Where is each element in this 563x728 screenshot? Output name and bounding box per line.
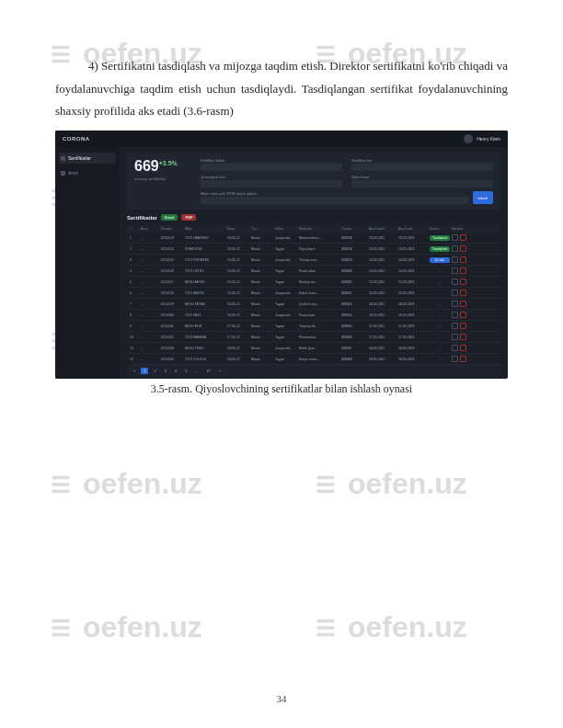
edit-icon[interactable] (452, 256, 458, 263)
row-actions (452, 256, 474, 263)
delete-icon[interactable] (460, 234, 466, 241)
table-cell: 0214530 (161, 313, 183, 317)
table-cell: Paxta tolasi (299, 269, 339, 273)
table-cell: Muvof. (251, 247, 273, 251)
table-row[interactable]: 12-0214534OOO YULDUZ18.05.22Muvof.Tayyor… (127, 354, 500, 365)
received-date-input[interactable] (351, 180, 493, 188)
edit-icon[interactable] (452, 312, 458, 318)
app-logo: CORONA (63, 136, 90, 142)
field-label: Sertifikat turi (351, 158, 493, 163)
table-row[interactable]: 6-0214528OOO IMKON15.05.22Muvof.Jarayond… (127, 288, 500, 299)
pager-page[interactable]: 4 (172, 368, 179, 374)
status-badge: - (430, 346, 450, 351)
table-row[interactable]: 11-0214533MCHJ ORZU18.05.22Muvof.Jarayon… (127, 343, 500, 354)
delete-icon[interactable] (460, 245, 466, 252)
pager-next[interactable]: » (216, 368, 224, 374)
edit-icon[interactable] (452, 290, 458, 296)
count-badge: +3.5% (159, 160, 178, 166)
edit-icon[interactable] (452, 279, 458, 285)
search-button[interactable]: Izlash (473, 191, 493, 204)
status-badge: - (430, 357, 450, 362)
edit-icon[interactable] (452, 234, 458, 241)
table-cell: 0214523 (161, 236, 183, 240)
table-cell: Kabel maxs... (299, 291, 339, 295)
pager-page[interactable]: 5 (182, 368, 190, 374)
export-excel-button[interactable]: Excel (161, 214, 178, 221)
export-pdf-button[interactable]: PDF (181, 214, 196, 221)
table-row[interactable]: 8-0214530OOO FAYZ16.05.22Muvof.Jarayonda… (127, 310, 500, 321)
table-cell: Muvof. (251, 280, 273, 284)
table-cell: 15.05.2022 (369, 291, 396, 295)
pager-page[interactable]: 2 (151, 368, 158, 374)
table-cell: 14.05.22 (227, 258, 249, 262)
edit-icon[interactable] (452, 267, 458, 274)
edit-icon[interactable] (452, 334, 458, 340)
edit-icon[interactable] (452, 301, 458, 307)
table-cell: Tayyor (275, 269, 297, 273)
table-row[interactable]: 1-0214523OOO SAMTEST13.05.22Muvof.Jarayo… (127, 233, 500, 244)
table-cell: Tayyor (275, 247, 297, 251)
search-input[interactable] (201, 197, 469, 204)
sidebar-item-archive[interactable]: Arxiv (59, 167, 116, 178)
table-cell: 0214529 (161, 302, 183, 306)
pager-page[interactable]: 3 (162, 368, 169, 374)
delete-icon[interactable] (460, 279, 466, 285)
edit-icon[interactable] (452, 345, 458, 351)
pager-prev[interactable]: « (131, 368, 138, 374)
delete-icon[interactable] (460, 323, 466, 329)
delete-icon[interactable] (460, 312, 466, 318)
table-cell: Muvof. (251, 236, 273, 240)
pager-page[interactable]: 67 (204, 368, 213, 374)
delete-icon[interactable] (460, 356, 466, 362)
row-actions (452, 245, 474, 252)
delete-icon[interactable] (460, 290, 466, 296)
table-cell: OOO YULDUZ (185, 358, 225, 361)
embedded-screenshot: CORONA Henry Klein Sertifikatlar Arxiv (55, 131, 508, 379)
sidebar-item-label: Arxiv (68, 170, 78, 176)
delete-icon[interactable] (460, 301, 466, 307)
edit-icon[interactable] (452, 245, 458, 252)
table-row[interactable]: 5-0214527MCHJ ARTEL15.05.22Muvof.TayyorM… (127, 277, 500, 288)
status-badge[interactable]: Tasdiqlash (430, 235, 450, 241)
table-row[interactable]: 7-0214529MCHJ DETAX16.05.22Muvof.TayyorQ… (127, 299, 500, 310)
user-menu[interactable]: Henry Klein (464, 134, 500, 143)
table-cell: 14.05.22 (227, 269, 249, 273)
delete-icon[interactable] (460, 345, 466, 351)
delete-icon[interactable] (460, 267, 466, 274)
table-cell: - (141, 291, 159, 295)
edit-icon[interactable] (452, 323, 458, 329)
field-label: Mijoz nomi yoki STIR orqali qidiruv (201, 191, 469, 196)
status-select[interactable] (201, 164, 342, 171)
pager-page[interactable]: 1 (141, 368, 148, 374)
table-row[interactable]: 4-0214526OOO UZTEX14.05.22Muvof.TayyorPa… (127, 266, 500, 277)
edit-icon[interactable] (452, 356, 458, 362)
table-row[interactable]: 10-0214532OOO BARAKA17.05.22Muvof.Tayyor… (127, 332, 500, 343)
status-badge: - (430, 324, 450, 329)
delete-icon[interactable] (460, 256, 466, 263)
table-cell: 14.05.2022 (369, 269, 396, 273)
sent-date-input[interactable] (201, 180, 342, 188)
table-cell: 18.05.2022 (369, 347, 396, 350)
table-cell: 18.05.22 (227, 347, 249, 350)
table-cell: Muvof. (251, 324, 273, 328)
table-cell: 17.05.22 (227, 324, 249, 328)
archive-icon (61, 171, 65, 176)
table-row[interactable]: 9-0214531MCHJ NUR17.05.22Muvof.TayyorTo'… (127, 321, 500, 332)
delete-icon[interactable] (460, 334, 466, 340)
type-select[interactable] (351, 164, 493, 171)
table-cell: Tayyor (275, 336, 297, 339)
table-cell: Qurilish mat... (299, 302, 339, 306)
table-cell: Oziq-ovqat (299, 313, 339, 317)
watermark-text: oefen.uz (83, 467, 202, 501)
status-badge: - (430, 290, 450, 296)
table-cell: Tayyor (275, 358, 297, 361)
table-cell: 16.05.2023 (398, 313, 428, 317)
sidebar-item-certificates[interactable]: Sertifikatlar (59, 153, 116, 164)
table-cell: OOO PROMTEX (185, 258, 225, 262)
status-badge[interactable]: Ko'rish (430, 257, 450, 263)
table-row[interactable]: 3-0214525OOO PROMTEX14.05.22Muvof.Jarayo… (127, 255, 500, 266)
status-badge[interactable]: Tasdiqlash (430, 246, 450, 252)
table-row[interactable]: 2-0214524ICHMT-KSC13.05.22Muvof.TayyorOy… (127, 244, 500, 255)
table-cell: Muvof. (251, 269, 273, 273)
table-cell: Muvof. (251, 313, 273, 317)
